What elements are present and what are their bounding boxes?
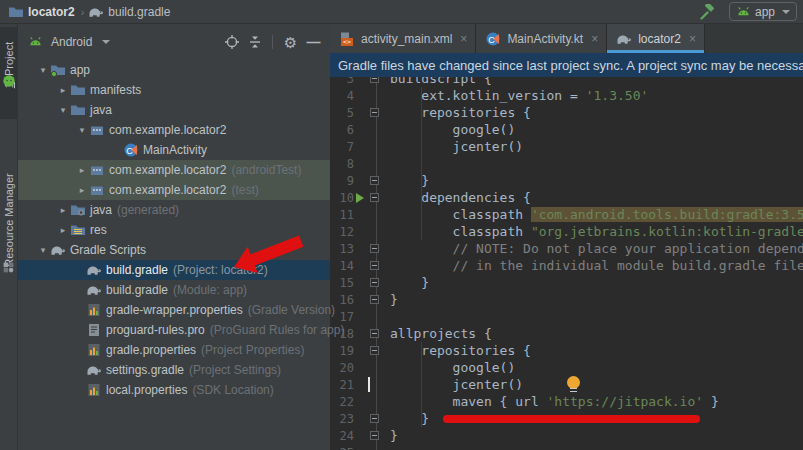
code-line-20[interactable]: 20 google() [330,359,803,376]
tree-item-com-example-locator2[interactable]: ▸com.example.locator2(androidTest) [18,160,330,180]
fold-marker-icon[interactable] [370,329,379,338]
breadcrumb-file[interactable]: build.gradle [108,5,170,19]
tree-item-label: com.example.locator2 [109,123,226,137]
code-line-21[interactable]: 21 jcenter() [330,376,803,393]
tree-item-gradle-wrapper-properties[interactable]: gradle-wrapper.properties(Gradle Version… [18,300,330,320]
editor-tab-activity-main-xml[interactable]: <>activity_main.xml× [330,24,476,53]
code-text: // in the individual module build.gradle… [382,258,803,273]
editor-tab-label: locator2 [638,32,681,46]
tree-item-gradle-scripts[interactable]: ▾Gradle Scripts [18,240,330,260]
fold-marker-icon[interactable] [370,176,379,185]
tree-item-mainactivity[interactable]: CMainActivity [18,140,330,160]
fold-marker-icon[interactable] [370,295,379,304]
breadcrumb-project[interactable]: locator2 [28,5,75,19]
close-tab-icon[interactable]: × [460,32,467,46]
tree-item-com-example-locator2[interactable]: ▸com.example.locator2(test) [18,180,330,200]
tree-expand-arrow-icon[interactable]: ▸ [56,85,70,95]
code-line-12[interactable]: 12 classpath "org.jetbrains.kotlin:kotli… [330,223,803,240]
code-text: repositories { [382,105,531,120]
gradle-sync-banner[interactable]: Gradle files have changed since last pro… [330,53,803,77]
code-line-8[interactable]: 8 [330,155,803,172]
tree-item-proguard-rules-pro[interactable]: proguard-rules.pro(ProGuard Rules for ap… [18,320,330,340]
editor-tab-mainactivity-kt[interactable]: CMainActivity.kt× [476,24,607,53]
project-view-selector[interactable]: Android [51,35,92,49]
locate-file-button[interactable] [223,34,240,51]
code-line-17[interactable]: 17 [330,308,803,325]
tree-expand-arrow-icon[interactable]: ▾ [36,65,50,75]
code-line-16[interactable]: 16} [330,291,803,308]
tree-item-com-example-locator2[interactable]: ▾com.example.locator2 [18,120,330,140]
line-number: 9 [330,174,354,188]
properties-icon [86,342,104,358]
code-line-11[interactable]: 11 classpath 'com.android.tools.build:gr… [330,206,803,223]
tree-item-res[interactable]: ▸res [18,220,330,240]
fold-marker-icon[interactable] [370,244,379,253]
line-number: 5 [330,106,354,120]
project-tree: ▾app▸manifests▾java▾com.example.locator2… [18,60,330,400]
code-line-24[interactable]: 24} [330,427,803,444]
fold-marker-icon[interactable] [370,193,379,202]
folder-res-icon [70,222,88,238]
tree-item-label: gradle.properties [106,343,196,357]
tree-item-manifests[interactable]: ▸manifests [18,80,330,100]
tree-item-build-gradle[interactable]: build.gradle(Project: locator2) [18,260,330,280]
sidebar-tab-resource-manager[interactable]: Resource Manager [0,165,18,275]
tree-expand-arrow-icon[interactable]: ▸ [75,165,89,175]
tree-expand-arrow-icon[interactable]: ▾ [75,125,89,135]
tree-expand-arrow-icon[interactable]: ▸ [75,185,89,195]
code-line-22[interactable]: 22 maven { url 'https://jitpack.io' } [330,393,803,410]
settings-gear-button[interactable]: ⚙ [282,34,299,51]
tree-item-build-gradle[interactable]: build.gradle(Module: app) [18,280,330,300]
package-icon [89,122,107,138]
tree-expand-arrow-icon[interactable]: ▸ [56,205,70,215]
code-editor[interactable]: 3buildscript {4 ext.kotlin_version = '1.… [330,24,803,450]
tree-item-app[interactable]: ▾app [18,60,330,80]
tree-expand-arrow-icon[interactable]: ▾ [56,105,70,115]
tree-item-gradle-properties[interactable]: gradle.properties(Project Properties) [18,340,330,360]
close-tab-icon[interactable]: × [591,32,598,46]
build-hammer-button[interactable] [699,4,715,20]
hide-panel-button[interactable]: — [305,34,322,51]
tree-item-settings-gradle[interactable]: settings.gradle(Project Settings) [18,360,330,380]
code-line-7[interactable]: 7 jcenter() [330,138,803,155]
code-line-10[interactable]: 10 dependencies { [330,189,803,206]
tree-item-label: com.example.locator2 [109,183,226,197]
editor-tab-locator2[interactable]: locator2× [607,24,705,53]
tree-item-java[interactable]: ▾java [18,100,330,120]
tree-item-label: MainActivity [143,143,207,157]
code-line-13[interactable]: 13 // NOTE: Do not place your applicatio… [330,240,803,257]
properties-icon [86,302,104,318]
tree-item-java[interactable]: ▸java(generated) [18,200,330,220]
code-line-18[interactable]: 18allprojects { [330,325,803,342]
code-line-14[interactable]: 14 // in the individual module build.gra… [330,257,803,274]
code-line-4[interactable]: 4 ext.kotlin_version = '1.3.50' [330,87,803,104]
pro-file-icon [86,322,104,338]
tree-expand-arrow-icon[interactable]: ▾ [36,245,50,255]
indent-guide [421,342,422,427]
code-line-9[interactable]: 9 } [330,172,803,189]
intention-lightbulb-icon[interactable] [567,376,580,389]
fold-marker-icon[interactable] [370,108,379,117]
code-line-19[interactable]: 19 repositories { [330,342,803,359]
collapse-all-button[interactable] [246,34,263,51]
fold-marker-icon[interactable] [370,431,379,440]
fold-marker-icon[interactable] [370,278,379,287]
fold-marker-icon[interactable] [370,414,379,423]
code-line-5[interactable]: 5 repositories { [330,104,803,121]
run-configuration-selector[interactable]: app [729,2,797,21]
code-line-25[interactable]: 25 [330,444,803,450]
tree-expand-arrow-icon[interactable]: ▸ [56,225,70,235]
tree-item-annotation: (generated) [117,203,179,217]
line-number: 11 [330,208,354,222]
line-number: 14 [330,259,354,273]
code-line-6[interactable]: 6 google() [330,121,803,138]
line-number: 23 [330,412,354,426]
code-line-15[interactable]: 15 } [330,274,803,291]
tree-item-local-properties[interactable]: local.properties(SDK Location) [18,380,330,400]
editor-area: 3buildscript {4 ext.kotlin_version = '1.… [330,24,803,450]
run-gutter-icon[interactable] [356,193,364,203]
fold-marker-icon[interactable] [370,346,379,355]
close-tab-icon[interactable]: × [689,32,696,46]
tree-item-label: Gradle Scripts [70,243,146,257]
fold-marker-icon[interactable] [370,261,379,270]
